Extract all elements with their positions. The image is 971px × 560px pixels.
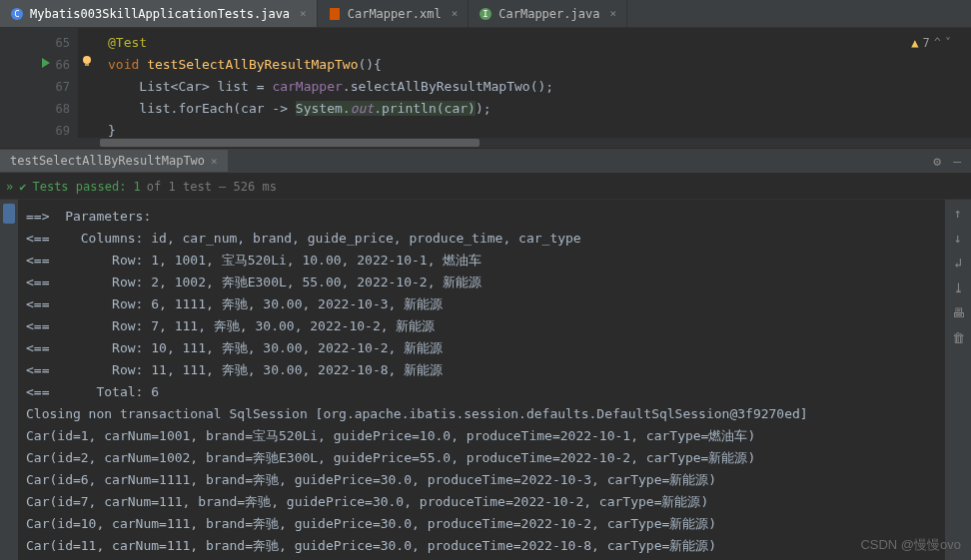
console-left-toolbar xyxy=(0,200,18,560)
method-name: testSelectAllByResultMapTwo xyxy=(147,57,358,72)
svg-text:C: C xyxy=(14,9,19,19)
editor-horizontal-scrollbar[interactable] xyxy=(0,138,971,148)
scroll-down-icon[interactable]: ↓ xyxy=(954,231,962,246)
close-icon[interactable]: × xyxy=(452,7,459,20)
soft-wrap-icon[interactable]: ↲ xyxy=(954,256,962,271)
line-number: 65 xyxy=(56,32,70,54)
line-gutter: 65 66 67 68 69 xyxy=(0,28,78,138)
close-icon[interactable]: × xyxy=(609,7,616,20)
svg-text:I: I xyxy=(484,9,488,19)
run-toolbar: ⚙ — xyxy=(933,154,961,169)
watermark: CSDN @慢慢ovo xyxy=(860,536,961,554)
minimize-icon[interactable]: — xyxy=(953,154,961,169)
console-panel: ==> Parameters: <== Columns: id, car_num… xyxy=(0,200,971,560)
run-gutter-icon[interactable] xyxy=(40,54,52,76)
tab-carmapper-java[interactable]: I CarMapper.java × xyxy=(469,0,627,27)
annotation: @Test xyxy=(108,35,147,50)
run-tab-label: testSelectAllByResultMapTwo xyxy=(10,154,205,168)
java-class-icon: C xyxy=(10,7,24,21)
java-interface-icon: I xyxy=(479,7,492,21)
tab-carmapper-xml[interactable]: CarMapper.xml × xyxy=(318,0,470,27)
class-ref: System xyxy=(296,101,343,116)
warning-icon: ▲ xyxy=(911,36,918,50)
tab-label: CarMapper.java xyxy=(498,7,599,21)
console-marker[interactable] xyxy=(3,204,15,224)
scrollbar-thumb[interactable] xyxy=(100,139,480,147)
warning-count: 7 xyxy=(923,36,930,50)
svg-marker-5 xyxy=(42,58,50,68)
code-text: List<Car> list = xyxy=(108,79,272,94)
line-number: 67 xyxy=(56,76,70,98)
chevron-up-icon: ^ xyxy=(934,36,941,50)
code-text: list.forEach(car -> xyxy=(108,101,296,116)
code-text: println(car) xyxy=(382,101,476,116)
code-text: } xyxy=(108,123,116,138)
clear-icon[interactable]: 🗑 xyxy=(952,330,965,345)
expand-all-icon[interactable]: » xyxy=(6,180,13,194)
code-text: . xyxy=(343,101,351,116)
code-text: (){ xyxy=(358,57,381,72)
tests-info-label: of 1 test – 526 ms xyxy=(147,180,277,194)
close-icon[interactable]: × xyxy=(211,155,218,168)
scroll-to-end-icon[interactable]: ⤓ xyxy=(953,280,964,295)
field-ref: carMapper xyxy=(272,79,342,94)
print-icon[interactable]: 🖶 xyxy=(952,305,965,320)
xml-file-icon xyxy=(328,7,342,21)
console-right-toolbar: ↑ ↓ ↲ ⤓ 🖶 🗑 xyxy=(945,200,971,560)
static-field: out xyxy=(351,101,374,116)
tab-tests-java[interactable]: C Mybatis003SkillApplicationTests.java × xyxy=(0,0,318,27)
line-number: 68 xyxy=(56,98,70,120)
tab-label: Mybatis003SkillApplicationTests.java xyxy=(30,7,290,21)
svg-rect-2 xyxy=(330,8,340,20)
code-text: .selectAllByResultMapTwo(); xyxy=(343,79,553,94)
test-status-bar: » ✔ Tests passed: 1 of 1 test – 526 ms xyxy=(0,174,971,200)
close-icon[interactable]: × xyxy=(300,7,307,20)
code-text: ); xyxy=(476,101,491,116)
tests-passed-label: Tests passed: 1 xyxy=(32,180,140,194)
gear-icon[interactable]: ⚙ xyxy=(933,154,941,169)
code-text: . xyxy=(374,101,382,116)
inspections-widget[interactable]: ▲ 7 ^ ˅ xyxy=(911,36,951,50)
editor-tabs: C Mybatis003SkillApplicationTests.java ×… xyxy=(0,0,971,28)
keyword: void xyxy=(108,57,139,72)
code-content[interactable]: @Test void testSelectAllByResultMapTwo()… xyxy=(78,28,971,138)
chevron-down-icon: ˅ xyxy=(945,36,951,50)
run-tool-tab-bar: testSelectAllByResultMapTwo × ⚙ — xyxy=(0,148,971,174)
line-number: 66 xyxy=(56,54,70,76)
console-output[interactable]: ==> Parameters: <== Columns: id, car_num… xyxy=(18,200,945,560)
check-icon: ✔ xyxy=(19,180,26,194)
run-configuration-tab[interactable]: testSelectAllByResultMapTwo × xyxy=(0,150,228,172)
code-editor[interactable]: 65 66 67 68 69 @Test void testSelectAllB… xyxy=(0,28,971,138)
scroll-up-icon[interactable]: ↑ xyxy=(954,206,962,221)
tab-label: CarMapper.xml xyxy=(348,7,442,21)
